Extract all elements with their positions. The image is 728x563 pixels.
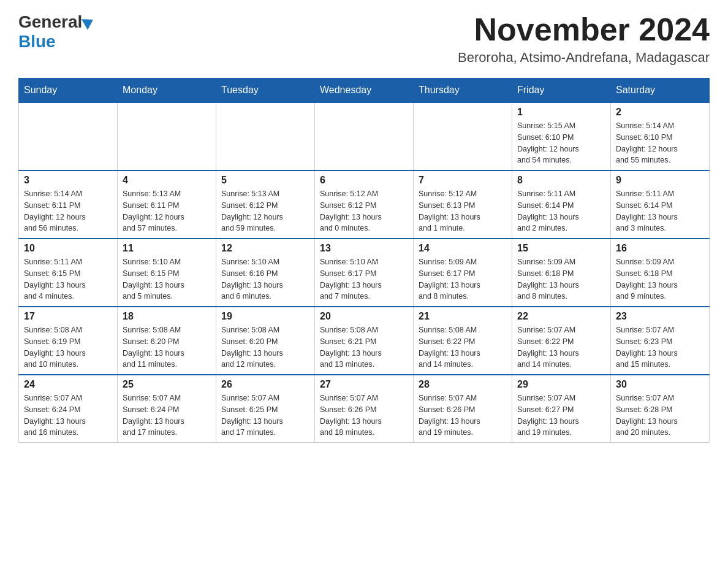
day-number: 7 [419,175,507,186]
day-number: 8 [517,175,605,186]
calendar-cell: 11Sunrise: 5:10 AM Sunset: 6:15 PM Dayli… [118,239,216,307]
day-number: 15 [517,243,605,254]
day-info: Sunrise: 5:14 AM Sunset: 6:11 PM Dayligh… [24,188,112,234]
day-info: Sunrise: 5:07 AM Sunset: 6:26 PM Dayligh… [419,393,507,439]
calendar-cell [414,102,512,170]
day-info: Sunrise: 5:08 AM Sunset: 6:19 PM Dayligh… [24,324,112,370]
calendar-cell: 18Sunrise: 5:08 AM Sunset: 6:20 PM Dayli… [118,307,216,375]
calendar-cell: 20Sunrise: 5:08 AM Sunset: 6:21 PM Dayli… [315,307,414,375]
weekday-header-monday: Monday [118,79,216,103]
day-number: 24 [24,379,112,390]
day-number: 21 [419,311,507,322]
calendar-cell: 1Sunrise: 5:15 AM Sunset: 6:10 PM Daylig… [512,102,611,170]
weekday-header-row: SundayMondayTuesdayWednesdayThursdayFrid… [19,79,710,103]
calendar-cell: 14Sunrise: 5:09 AM Sunset: 6:17 PM Dayli… [414,239,512,307]
day-number: 3 [24,175,112,186]
day-info: Sunrise: 5:10 AM Sunset: 6:17 PM Dayligh… [320,256,408,302]
calendar-cell: 8Sunrise: 5:11 AM Sunset: 6:14 PM Daylig… [512,170,611,239]
day-info: Sunrise: 5:08 AM Sunset: 6:20 PM Dayligh… [123,324,211,370]
day-number: 6 [320,175,408,186]
logo-arrow-icon [82,14,96,29]
week-row-4: 17Sunrise: 5:08 AM Sunset: 6:19 PM Dayli… [19,307,710,375]
weekday-header-thursday: Thursday [414,79,512,103]
calendar-cell: 9Sunrise: 5:11 AM Sunset: 6:14 PM Daylig… [611,170,710,239]
calendar-cell: 23Sunrise: 5:07 AM Sunset: 6:23 PM Dayli… [611,307,710,375]
calendar-cell: 27Sunrise: 5:07 AM Sunset: 6:26 PM Dayli… [315,375,414,443]
day-info: Sunrise: 5:14 AM Sunset: 6:10 PM Dayligh… [616,120,704,166]
calendar-cell: 26Sunrise: 5:07 AM Sunset: 6:25 PM Dayli… [216,375,315,443]
day-number: 16 [616,243,704,254]
calendar-cell [19,102,118,170]
calendar-cell: 3Sunrise: 5:14 AM Sunset: 6:11 PM Daylig… [19,170,118,239]
calendar-cell: 30Sunrise: 5:07 AM Sunset: 6:28 PM Dayli… [611,375,710,443]
calendar-cell: 12Sunrise: 5:10 AM Sunset: 6:16 PM Dayli… [216,239,315,307]
day-number: 2 [616,107,704,118]
day-info: Sunrise: 5:08 AM Sunset: 6:22 PM Dayligh… [419,324,507,370]
day-number: 14 [419,243,507,254]
calendar-cell: 24Sunrise: 5:07 AM Sunset: 6:24 PM Dayli… [19,375,118,443]
day-number: 10 [24,243,112,254]
day-info: Sunrise: 5:07 AM Sunset: 6:24 PM Dayligh… [123,393,211,439]
day-number: 20 [320,311,408,322]
week-row-1: 1Sunrise: 5:15 AM Sunset: 6:10 PM Daylig… [19,102,710,170]
week-row-2: 3Sunrise: 5:14 AM Sunset: 6:11 PM Daylig… [19,170,710,239]
day-info: Sunrise: 5:11 AM Sunset: 6:14 PM Dayligh… [616,188,704,234]
day-info: Sunrise: 5:08 AM Sunset: 6:20 PM Dayligh… [221,324,309,370]
day-number: 5 [221,175,309,186]
week-row-3: 10Sunrise: 5:11 AM Sunset: 6:15 PM Dayli… [19,239,710,307]
calendar-cell: 29Sunrise: 5:07 AM Sunset: 6:27 PM Dayli… [512,375,611,443]
day-number: 1 [517,107,605,118]
calendar-cell: 7Sunrise: 5:12 AM Sunset: 6:13 PM Daylig… [414,170,512,239]
day-info: Sunrise: 5:09 AM Sunset: 6:18 PM Dayligh… [616,256,704,302]
day-info: Sunrise: 5:08 AM Sunset: 6:21 PM Dayligh… [320,324,408,370]
day-number: 28 [419,379,507,390]
calendar-cell [118,102,216,170]
day-info: Sunrise: 5:10 AM Sunset: 6:16 PM Dayligh… [221,256,309,302]
calendar-cell: 25Sunrise: 5:07 AM Sunset: 6:24 PM Dayli… [118,375,216,443]
week-row-5: 24Sunrise: 5:07 AM Sunset: 6:24 PM Dayli… [19,375,710,443]
calendar-cell: 17Sunrise: 5:08 AM Sunset: 6:19 PM Dayli… [19,307,118,375]
calendar-cell: 4Sunrise: 5:13 AM Sunset: 6:11 PM Daylig… [118,170,216,239]
calendar-cell: 19Sunrise: 5:08 AM Sunset: 6:20 PM Dayli… [216,307,315,375]
day-number: 4 [123,175,211,186]
page-header: General Blue November 2024 Beroroha, Ats… [18,12,710,66]
day-number: 30 [616,379,704,390]
day-info: Sunrise: 5:11 AM Sunset: 6:15 PM Dayligh… [24,256,112,302]
calendar-cell: 15Sunrise: 5:09 AM Sunset: 6:18 PM Dayli… [512,239,611,307]
weekday-header-friday: Friday [512,79,611,103]
day-info: Sunrise: 5:15 AM Sunset: 6:10 PM Dayligh… [517,120,605,166]
day-info: Sunrise: 5:12 AM Sunset: 6:13 PM Dayligh… [419,188,507,234]
day-number: 27 [320,379,408,390]
weekday-header-sunday: Sunday [19,79,118,103]
day-info: Sunrise: 5:07 AM Sunset: 6:26 PM Dayligh… [320,393,408,439]
day-number: 11 [123,243,211,254]
weekday-header-saturday: Saturday [611,79,710,103]
day-info: Sunrise: 5:07 AM Sunset: 6:24 PM Dayligh… [24,393,112,439]
calendar-cell: 6Sunrise: 5:12 AM Sunset: 6:12 PM Daylig… [315,170,414,239]
weekday-header-wednesday: Wednesday [315,79,414,103]
day-info: Sunrise: 5:13 AM Sunset: 6:12 PM Dayligh… [221,188,309,234]
day-info: Sunrise: 5:09 AM Sunset: 6:17 PM Dayligh… [419,256,507,302]
month-title: November 2024 [458,12,710,47]
calendar-cell: 28Sunrise: 5:07 AM Sunset: 6:26 PM Dayli… [414,375,512,443]
calendar-table: SundayMondayTuesdayWednesdayThursdayFrid… [18,78,710,443]
calendar-cell: 22Sunrise: 5:07 AM Sunset: 6:22 PM Dayli… [512,307,611,375]
calendar-cell [216,102,315,170]
day-info: Sunrise: 5:10 AM Sunset: 6:15 PM Dayligh… [123,256,211,302]
calendar-cell: 13Sunrise: 5:10 AM Sunset: 6:17 PM Dayli… [315,239,414,307]
logo-blue-text: Blue [18,32,94,52]
day-number: 22 [517,311,605,322]
day-info: Sunrise: 5:07 AM Sunset: 6:27 PM Dayligh… [517,393,605,439]
logo: General Blue [18,12,94,52]
day-number: 29 [517,379,605,390]
day-info: Sunrise: 5:13 AM Sunset: 6:11 PM Dayligh… [123,188,211,234]
calendar-cell: 16Sunrise: 5:09 AM Sunset: 6:18 PM Dayli… [611,239,710,307]
day-info: Sunrise: 5:11 AM Sunset: 6:14 PM Dayligh… [517,188,605,234]
weekday-header-tuesday: Tuesday [216,79,315,103]
day-number: 19 [221,311,309,322]
calendar-cell: 5Sunrise: 5:13 AM Sunset: 6:12 PM Daylig… [216,170,315,239]
logo-general-text: General [18,12,82,32]
day-number: 23 [616,311,704,322]
day-info: Sunrise: 5:12 AM Sunset: 6:12 PM Dayligh… [320,188,408,234]
day-number: 9 [616,175,704,186]
